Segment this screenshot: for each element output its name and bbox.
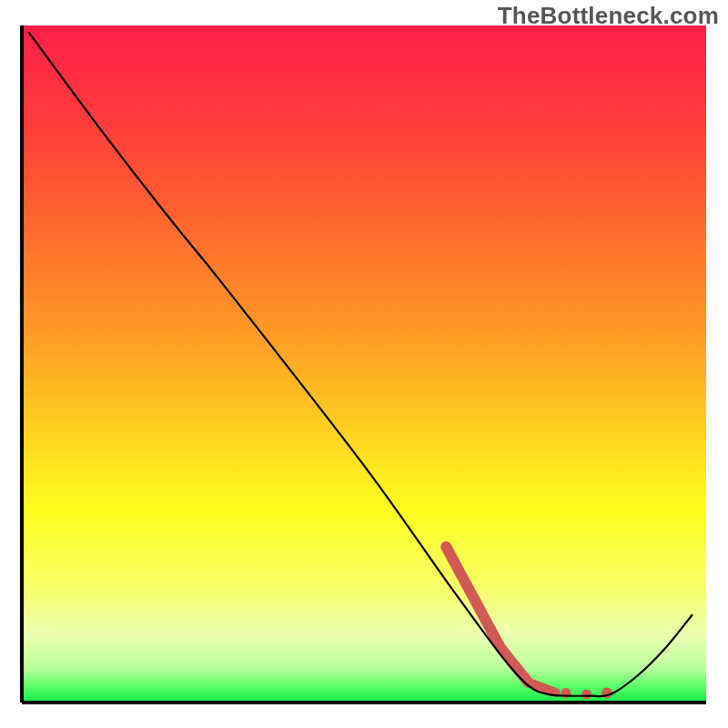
chart-canvas: TheBottleneck.com xyxy=(0,0,728,728)
plot-area xyxy=(22,25,706,703)
gradient-background xyxy=(22,25,706,703)
watermark-text: TheBottleneck.com xyxy=(498,2,719,30)
svg-point-5 xyxy=(581,690,592,700)
chart-svg xyxy=(0,0,728,728)
